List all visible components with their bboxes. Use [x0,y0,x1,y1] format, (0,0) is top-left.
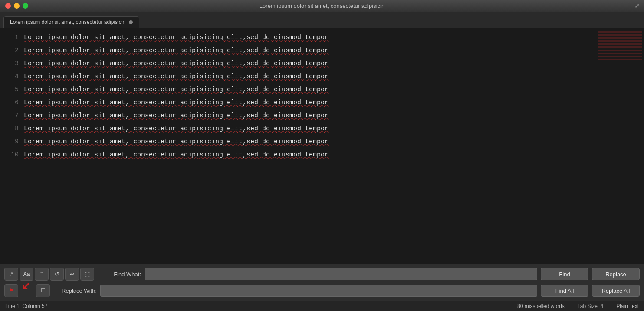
minimap-line [598,53,642,54]
editor-area: 12345678910 Lorem ipsum dolor sit amet, … [0,28,644,264]
toolbar-case-sensitive-button[interactable]: Aa [20,268,33,281]
misspelled-count: 80 misspelled words [517,303,565,309]
line-number: 8 [15,122,19,136]
close-button[interactable] [5,3,11,9]
find-input[interactable] [145,268,537,280]
toolbar-search-reverse-button[interactable]: ↩ [65,268,79,281]
line-number: 2 [15,44,19,57]
line-number: 9 [15,136,19,149]
minimap-line [598,46,642,48]
cursor-position: Line 1, Column 57 [5,303,47,309]
selection-button[interactable]: ☐ [36,284,50,297]
minimap-line [598,43,642,45]
minimap-line [598,40,642,42]
code-line: Lorem ipsum dolor sit amet, consectetur … [24,70,596,83]
minimap-line [598,59,642,60]
active-tab[interactable]: Lorem ipsum dolor sit amet, consectetur … [3,16,139,28]
toolbar-whole-word-button[interactable]: "" [35,268,49,281]
find-row: .*Aa""↺↩⬚ Find What: Find Replace [4,268,640,281]
minimap-line [598,34,642,36]
window-controls [5,3,28,9]
editor-content[interactable]: Lorem ipsum dolor sit amet, consectetur … [24,28,596,264]
find-button[interactable]: Find [541,268,588,280]
minimap-line [598,50,642,51]
line-number: 5 [15,83,19,96]
replace-input[interactable] [100,285,537,297]
status-bar: Line 1, Column 57 80 misspelled words Ta… [0,301,644,311]
expand-icon: ⤢ [634,2,640,10]
find-label: Find What: [98,271,141,278]
replace-row: ⚑➜☐ Replace With: Find All Replace All [4,284,640,297]
find-toolbar: .*Aa""↺↩⬚ [4,268,94,281]
line-number: 6 [15,96,19,109]
minimap [596,28,644,264]
tab-size: Tab Size: 4 [578,303,603,309]
line-number: 10 [11,149,19,162]
code-line: Lorem ipsum dolor sit amet, consectetur … [24,44,596,57]
line-number: 3 [15,57,19,70]
toolbar-regular-expression-button[interactable]: .* [4,268,18,281]
minimap-line [598,56,642,57]
replace-all-button[interactable]: Replace All [592,285,640,297]
code-line: Lorem ipsum dolor sit amet, consectetur … [24,136,596,149]
minimap-line [598,37,642,39]
highlight-all-button[interactable]: ⚑ [4,284,18,297]
title-bar: Lorem ipsum dolor sit amet, consectetur … [0,0,644,12]
toolbar-wrap-around-button[interactable]: ↺ [50,268,64,281]
code-line: Lorem ipsum dolor sit amet, consectetur … [24,96,596,109]
language-mode: Plain Text [616,303,639,309]
code-line: Lorem ipsum dolor sit amet, consectetur … [24,31,596,44]
tab-modified-dot [129,20,133,24]
find-replace-bar: .*Aa""↺↩⬚ Find What: Find Replace ⚑➜☐ Re… [0,264,644,301]
line-number: 1 [15,31,19,44]
status-right: 80 misspelled words Tab Size: 4 Plain Te… [517,303,639,309]
tab-bar: Lorem ipsum dolor sit amet, consectetur … [0,12,644,28]
code-line: Lorem ipsum dolor sit amet, consectetur … [24,109,596,122]
code-line: Lorem ipsum dolor sit amet, consectetur … [24,122,596,136]
minimap-line [598,31,642,33]
minimize-button[interactable] [14,3,20,9]
code-line: Lorem ipsum dolor sit amet, consectetur … [24,83,596,96]
code-line: Lorem ipsum dolor sit amet, consectetur … [24,149,596,162]
maximize-button[interactable] [23,3,28,9]
replace-button[interactable]: Replace [592,268,640,280]
line-numbers: 12345678910 [0,28,24,264]
line-number: 7 [15,109,19,122]
toolbar-in-selection-button[interactable]: ⬚ [80,268,94,281]
replace-toolbar: ⚑➜☐ [4,284,50,297]
find-all-button[interactable]: Find All [541,285,588,297]
line-number: 4 [15,70,19,83]
replace-label: Replace With: [53,288,97,294]
tab-label: Lorem ipsum dolor sit amet, consectetur … [10,19,125,25]
window-title: Lorem ipsum dolor sit amet, consectetur … [260,3,384,9]
code-line: Lorem ipsum dolor sit amet, consectetur … [24,57,596,70]
